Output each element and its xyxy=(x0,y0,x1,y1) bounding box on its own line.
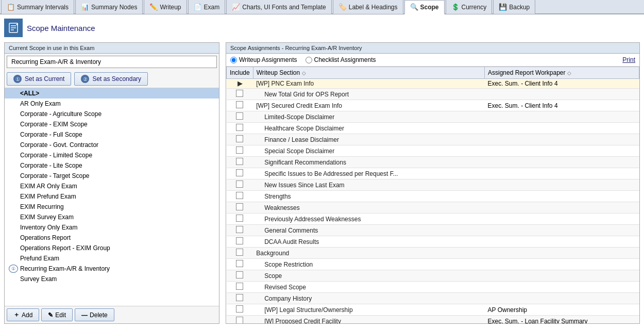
include-cell[interactable] xyxy=(227,248,253,259)
include-cell[interactable] xyxy=(227,214,253,225)
table-row[interactable]: Healthcare Scope Disclaimer xyxy=(227,123,639,134)
table-row[interactable]: [W] Proposed Credit FacilityExec. Sum. -… xyxy=(227,316,639,324)
scope-list-item[interactable]: Corporate - Limited Scope xyxy=(5,150,219,160)
set-as-current-button[interactable]: ① Set as Current xyxy=(7,72,71,86)
scope-list-item[interactable]: Corporate - Lite Scope xyxy=(5,160,219,171)
include-cell[interactable] xyxy=(227,134,253,145)
table-row[interactable]: Revised Scope xyxy=(227,282,639,293)
scope-list-item[interactable]: EXIM Prefund Exam xyxy=(5,191,219,202)
tab-backup[interactable]: 💾Backup xyxy=(493,0,535,14)
writeup-assignments-radio[interactable]: Writeup Assignments xyxy=(230,56,297,63)
include-cell[interactable] xyxy=(227,282,253,293)
table-row[interactable]: Special Scope Disclaimer xyxy=(227,145,639,157)
scope-list-item[interactable]: Prefund Exam xyxy=(5,253,219,264)
include-cell[interactable] xyxy=(227,179,253,191)
row-checkbox[interactable] xyxy=(236,203,243,210)
row-checkbox[interactable] xyxy=(236,181,243,188)
include-cell[interactable] xyxy=(227,316,253,324)
include-cell[interactable] xyxy=(227,89,253,100)
scope-list-item[interactable]: Operations Report xyxy=(5,233,219,243)
include-cell[interactable] xyxy=(227,145,253,157)
tab-summary-intervals[interactable]: 📋Summary Intervals xyxy=(1,0,74,14)
row-checkbox[interactable] xyxy=(236,215,243,222)
table-row[interactable]: Finance / Lease Disclaimer xyxy=(227,134,639,145)
include-cell[interactable] xyxy=(227,191,253,202)
row-checkbox[interactable] xyxy=(236,135,243,142)
table-row[interactable]: Company History xyxy=(227,293,639,304)
table-row[interactable]: ▶[WP] PNC Exam InfoExec. Sum. - Client I… xyxy=(227,79,639,89)
col-workpaper[interactable]: Assigned Report Workpaper ◇ xyxy=(485,67,639,79)
row-checkbox[interactable] xyxy=(236,283,243,290)
scope-list-item[interactable]: EXIM Recurring xyxy=(5,202,219,212)
include-cell[interactable] xyxy=(227,111,253,123)
include-cell[interactable]: ▶ xyxy=(227,79,253,89)
tab-label-headings[interactable]: 🏷️Label & Headings xyxy=(333,0,403,14)
include-cell[interactable] xyxy=(227,293,253,304)
scope-list-item[interactable]: Survey Exam xyxy=(5,274,219,284)
print-link[interactable]: Print xyxy=(622,56,635,63)
include-cell[interactable] xyxy=(227,236,253,248)
include-cell[interactable] xyxy=(227,123,253,134)
scope-list-item[interactable]: Inventory Only Exam xyxy=(5,222,219,233)
include-cell[interactable] xyxy=(227,304,253,316)
writeup-radio-input[interactable] xyxy=(230,57,237,63)
scope-list-item[interactable]: Corporate - Agriculture Scope xyxy=(5,109,219,119)
delete-button[interactable]: — Delete xyxy=(75,308,114,321)
tab-summary-nodes[interactable]: 📊Summary Nodes xyxy=(75,0,143,14)
table-row[interactable]: Scope xyxy=(227,270,639,282)
row-checkbox[interactable] xyxy=(236,101,243,108)
scope-list-item[interactable]: AR Only Exam xyxy=(5,99,219,109)
table-row[interactable]: DCAA Audit Results xyxy=(227,236,639,248)
table-row[interactable]: Limited-Scope Disclaimer xyxy=(227,111,639,123)
row-checkbox[interactable] xyxy=(236,260,243,267)
row-checkbox[interactable] xyxy=(236,226,243,233)
row-checkbox[interactable] xyxy=(236,317,243,323)
scope-list-item[interactable]: Corporate - EXIM Scope xyxy=(5,119,219,129)
set-as-secondary-button[interactable]: ② Set as Secondary xyxy=(74,72,148,86)
scope-list-item[interactable]: Corporate - Full Scope xyxy=(5,129,219,140)
row-checkbox[interactable] xyxy=(236,158,243,165)
row-checkbox[interactable] xyxy=(236,294,243,301)
table-row[interactable]: Previously Addressed Weaknesses xyxy=(227,214,639,225)
row-checkbox[interactable] xyxy=(236,124,243,131)
checklist-radio-input[interactable] xyxy=(306,57,312,63)
row-checkbox[interactable] xyxy=(236,90,243,97)
table-row[interactable]: Strengths xyxy=(227,191,639,202)
row-checkbox[interactable] xyxy=(236,169,243,176)
tab-scope[interactable]: 🔍Scope xyxy=(404,0,445,14)
row-checkbox[interactable] xyxy=(236,249,243,256)
table-row[interactable]: Scope Restriction xyxy=(227,259,639,270)
tab-writeup[interactable]: ✏️Writeup xyxy=(144,0,187,14)
table-row[interactable]: Significant Recommendations xyxy=(227,157,639,168)
col-section[interactable]: Writeup Section ◇ xyxy=(253,67,484,79)
table-row[interactable]: New Issues Since Last Exam xyxy=(227,179,639,191)
include-cell[interactable] xyxy=(227,259,253,270)
scope-list-item[interactable]: ①Recurring Exam-A/R & Inventory xyxy=(5,264,219,274)
scope-list-item[interactable]: <ALL> xyxy=(5,88,219,99)
tab-charts-fonts[interactable]: 📈Charts, UI Fonts and Template xyxy=(226,0,332,14)
table-row[interactable]: Weaknesses xyxy=(227,202,639,214)
tab-currency[interactable]: 💲Currency xyxy=(446,0,493,14)
add-button[interactable]: ＋ Add xyxy=(7,308,39,321)
scope-list-item[interactable]: EXIM Survey Exam xyxy=(5,212,219,222)
row-checkbox[interactable] xyxy=(236,305,243,313)
row-checkbox[interactable] xyxy=(236,192,243,199)
scope-list-item[interactable]: Corporate - Govt. Contractor xyxy=(5,140,219,150)
table-row[interactable]: [WP] Legal Structure/OwnershipAP Ownersh… xyxy=(227,304,639,316)
checklist-assignments-radio[interactable]: Checklist Assignments xyxy=(306,56,376,63)
include-cell[interactable] xyxy=(227,100,253,111)
table-row[interactable]: Background xyxy=(227,248,639,259)
row-checkbox[interactable] xyxy=(236,271,243,278)
include-cell[interactable] xyxy=(227,157,253,168)
scope-list-item[interactable]: Operations Report - EXIM Group xyxy=(5,243,219,253)
scope-list-item[interactable]: Corporate - Target Scope xyxy=(5,171,219,181)
edit-button[interactable]: ✎ Edit xyxy=(41,308,73,321)
scope-list-item[interactable]: EXIM AR Only Exam xyxy=(5,181,219,191)
include-cell[interactable] xyxy=(227,270,253,282)
scope-table-wrapper[interactable]: Include Writeup Section ◇ Assigned Repor… xyxy=(226,67,639,323)
row-checkbox[interactable] xyxy=(236,146,243,154)
table-row[interactable]: General Comments xyxy=(227,225,639,236)
tab-exam[interactable]: 📄Exam xyxy=(188,0,226,14)
row-checkbox[interactable] xyxy=(236,237,243,244)
table-row[interactable]: New Total Grid for OPS Report xyxy=(227,89,639,100)
